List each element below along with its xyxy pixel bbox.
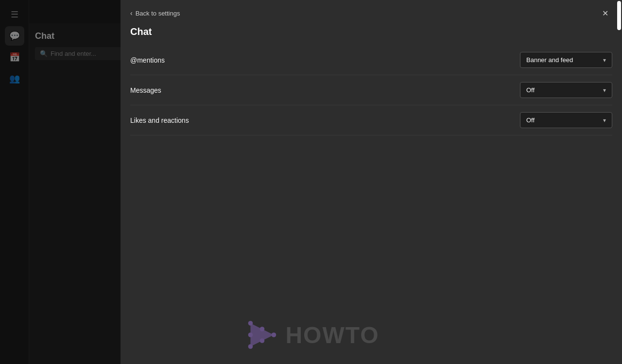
modal-overlay: ‹ Back to settings ✕ Chat @mentions Bann… (0, 0, 622, 364)
mentions-dropdown[interactable]: Banner and feed ▾ (520, 52, 612, 68)
modal-content: @mentions Banner and feed ▾ Messages Off… (121, 45, 622, 364)
back-label: Back to settings (136, 10, 180, 17)
messages-value: Off (526, 86, 535, 94)
likes-dropdown[interactable]: Off ▾ (520, 112, 612, 128)
likes-value: Off (526, 116, 535, 124)
modal-header: ‹ Back to settings ✕ (121, 0, 622, 24)
setting-row-mentions: @mentions Banner and feed ▾ (130, 45, 612, 75)
likes-chevron-icon: ▾ (603, 117, 606, 124)
messages-label: Messages (130, 86, 520, 94)
setting-row-messages: Messages Off ▾ (130, 75, 612, 105)
scrollbar-thumb[interactable] (617, 1, 621, 30)
scrollbar-track[interactable] (616, 0, 622, 364)
likes-label: Likes and reactions (130, 116, 520, 124)
settings-modal: ‹ Back to settings ✕ Chat @mentions Bann… (121, 0, 622, 364)
messages-chevron-icon: ▾ (603, 87, 606, 94)
mentions-chevron-icon: ▾ (603, 57, 606, 64)
back-arrow-icon: ‹ (130, 9, 133, 17)
messages-dropdown[interactable]: Off ▾ (520, 82, 612, 98)
setting-row-likes: Likes and reactions Off ▾ (130, 105, 612, 135)
modal-close-button[interactable]: ✕ (598, 6, 612, 20)
mentions-label: @mentions (130, 56, 520, 64)
back-to-settings-link[interactable]: ‹ Back to settings (130, 9, 180, 17)
modal-title: Chat (121, 24, 622, 45)
mentions-value: Banner and feed (526, 56, 573, 64)
